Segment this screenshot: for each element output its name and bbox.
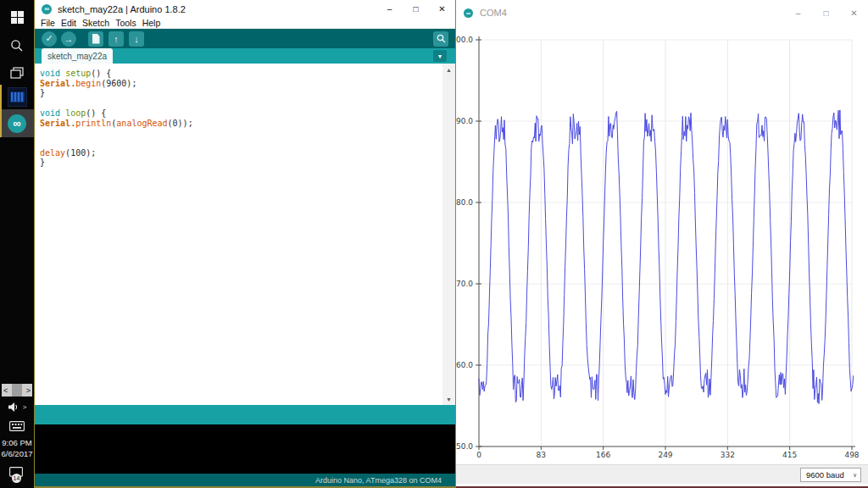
svg-text:100.0: 100.0 — [456, 36, 473, 44]
minimize-button[interactable]: – — [376, 0, 403, 18]
maximize-button[interactable]: □ — [403, 0, 429, 18]
arduino-icon: ∞ — [42, 4, 52, 14]
menu-help[interactable]: Help — [142, 18, 161, 28]
serial-plotter-window: ∞ COM4 – □ ✕ 50.060.070.080.090.0100.008… — [456, 0, 868, 488]
running-app-indicator — [0, 85, 2, 109]
ide-toolbar: ✓ → ↑ ↓ — [35, 29, 455, 48]
code-editor-text[interactable]: void setup() {Serial.begin(9600);} void … — [40, 69, 193, 168]
arduino-ide-window: ∞ sketch_may22a | Arduino 1.8.2 – □ ✕ Fi… — [34, 0, 456, 488]
task-view-button[interactable] — [0, 63, 34, 83]
baud-rate-dropdown[interactable]: 9600 baud ∨ — [800, 468, 861, 482]
blue-app-icon — [8, 87, 27, 107]
right-arrow-icon: → — [64, 34, 74, 44]
board-port-status: Arduino Nano, ATmega328 on COM4 — [315, 476, 442, 485]
touch-keyboard-button[interactable] — [0, 418, 34, 435]
save-button[interactable]: ↓ — [129, 31, 144, 47]
menu-sketch[interactable]: Sketch — [82, 18, 109, 28]
scroll-right-icon[interactable]: > — [26, 386, 31, 395]
clock-time: 9:06 PM — [0, 437, 34, 448]
editor-scrollbar[interactable]: ▲ ▼ — [442, 64, 455, 405]
menu-tools[interactable]: Tools — [115, 18, 136, 28]
down-arrow-icon: ↓ — [134, 34, 139, 44]
svg-text:90.0: 90.0 — [456, 117, 473, 125]
action-center-button[interactable]: 14 — [0, 463, 34, 485]
svg-text:249: 249 — [658, 451, 672, 459]
notification-count-badge: 14 — [12, 474, 21, 483]
verify-button[interactable]: ✓ — [42, 31, 57, 47]
baud-rate-value: 9600 baud — [806, 470, 844, 480]
keyboard-icon — [9, 421, 25, 431]
clock-date: 6/6/2017 — [0, 448, 34, 459]
windows-logo-icon — [11, 11, 24, 24]
task-view-icon — [10, 67, 25, 80]
svg-text:332: 332 — [721, 451, 735, 459]
svg-text:166: 166 — [596, 451, 610, 459]
up-arrow-icon: ↑ — [114, 34, 119, 44]
menu-file[interactable]: File — [41, 18, 55, 28]
chevron-down-icon: ∨ — [853, 472, 857, 479]
speaker-icon[interactable] — [8, 402, 19, 413]
ide-tab-strip: sketch_may22a ▼ — [35, 48, 455, 64]
svg-text:415: 415 — [782, 451, 797, 459]
arduino-icon: ∞ — [8, 114, 26, 133]
code-editor[interactable]: void setup() {Serial.begin(9600);} void … — [35, 64, 455, 405]
chevron-down-icon: ▼ — [437, 53, 443, 59]
svg-text:50.0: 50.0 — [456, 442, 473, 451]
menu-edit[interactable]: Edit — [61, 18, 76, 28]
magnifier-icon — [437, 34, 446, 43]
taskbar-volume-area[interactable]: > — [0, 399, 34, 414]
ide-title-bar[interactable]: ∞ sketch_may22a | Arduino 1.8.2 – □ ✕ — [35, 0, 455, 18]
taskbar-search-button[interactable] — [0, 36, 34, 56]
taskbar-app-arduino[interactable]: ∞ — [0, 109, 34, 137]
plotter-bottom-bar: 9600 baud ∨ — [456, 464, 868, 484]
svg-text:0: 0 — [476, 451, 481, 459]
ide-menu-bar: File Edit Sketch Tools Help — [35, 18, 455, 29]
serial-plot-chart: 50.060.070.080.090.0100.0083166249332415… — [456, 0, 868, 488]
hidden-icons-chevron[interactable]: > — [23, 403, 27, 411]
svg-text:60.0: 60.0 — [456, 361, 473, 369]
ide-footer-bar: Arduino Nano, ATmega328 on COM4 — [35, 474, 455, 486]
new-sketch-button[interactable] — [88, 31, 103, 47]
ide-console — [35, 424, 455, 474]
ide-status-bar — [35, 405, 455, 424]
upload-button[interactable]: → — [61, 31, 76, 47]
check-icon: ✓ — [45, 33, 53, 44]
svg-text:70.0: 70.0 — [456, 280, 473, 288]
document-icon — [92, 34, 100, 44]
taskbar-overflow-scroller[interactable]: < > — [2, 384, 32, 396]
scroll-left-icon[interactable]: < — [3, 386, 8, 395]
close-button[interactable]: ✕ — [429, 0, 455, 18]
taskbar-clock[interactable]: 9:06 PM 6/6/2017 — [0, 437, 34, 459]
tab-list-dropdown[interactable]: ▼ — [433, 50, 447, 62]
taskbar-app-remote-window[interactable] — [0, 85, 34, 109]
svg-text:83: 83 — [537, 451, 546, 459]
scroll-up-icon[interactable]: ▲ — [442, 64, 455, 75]
search-icon — [10, 39, 24, 53]
svg-text:80.0: 80.0 — [456, 198, 473, 207]
tab-sketch-may22a[interactable]: sketch_may22a — [42, 48, 113, 64]
scroll-thumb[interactable] — [12, 384, 22, 396]
start-button[interactable] — [0, 7, 34, 27]
scroll-down-icon[interactable]: ▼ — [442, 393, 455, 405]
window-title: sketch_may22a | Arduino 1.8.2 — [58, 4, 186, 14]
windows-taskbar: ∞ < > > 9:06 PM 6/6/2017 14 — [0, 0, 34, 488]
svg-text:498: 498 — [844, 451, 859, 459]
open-button[interactable]: ↑ — [108, 31, 124, 47]
serial-monitor-button[interactable] — [433, 31, 448, 47]
active-app-indicator — [0, 109, 2, 137]
